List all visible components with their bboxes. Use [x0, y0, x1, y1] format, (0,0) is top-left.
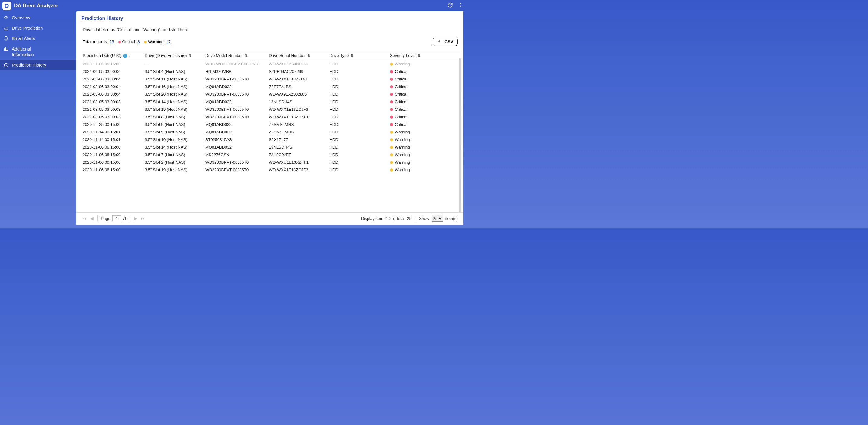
scrollbar[interactable]: [459, 58, 461, 212]
pager-prev-button[interactable]: ◀: [89, 216, 94, 221]
sidebar-item-label: Additional Information: [12, 46, 51, 57]
sidebar-item-overview[interactable]: Overview: [0, 13, 76, 23]
show-label: Show: [419, 216, 429, 221]
total-records-link[interactable]: 25: [109, 39, 114, 44]
table-row[interactable]: 2021-03-05 03:00:033.5" Slot 8 (Host NAS…: [81, 113, 461, 121]
sort-icon: ⇅: [417, 54, 421, 58]
severity-dot-icon: [390, 93, 393, 96]
sidebar-item-label: Prediction History: [12, 63, 46, 67]
table-row[interactable]: 2020-11-06 06:15:003.5" Slot 19 (Host NA…: [81, 166, 461, 174]
cell-serial: Z2E7FALBS: [267, 83, 328, 91]
cell-model: WD3200BPVT-00JJ5T0: [204, 75, 267, 83]
total-records-label: Total records: 25: [83, 39, 114, 44]
cell-model: HN-M320MBB: [204, 68, 267, 75]
svg-point-2: [460, 3, 461, 4]
sidebar: Overview Drive Prediction Email Alerts A…: [0, 11, 76, 228]
more-vertical-icon[interactable]: [458, 2, 463, 9]
sidebar-item-additional-information[interactable]: Additional Information: [0, 43, 76, 60]
cell-date: 2021-03-05 03:00:03: [81, 113, 143, 121]
main-panel: Prediction History Drives labeled as "Cr…: [76, 11, 463, 225]
pager-last-button[interactable]: ⏭: [140, 216, 146, 221]
cell-enclosure: 3.5" Slot 7 (Host NAS): [143, 151, 204, 159]
critical-count-link[interactable]: 8: [137, 39, 140, 44]
sort-desc-icon: ↓: [129, 54, 131, 58]
cell-model: WD3200BPVT-00JJ5T0: [204, 159, 267, 166]
cell-type: HDD: [328, 121, 388, 128]
col-model-number[interactable]: Drive Model Number ⇅: [204, 51, 267, 61]
severity-dot-icon: [390, 168, 393, 171]
stats-row: Total records: 25 Critical: 8 Warning: 1…: [83, 37, 458, 46]
pager-next-button[interactable]: ▶: [133, 216, 138, 221]
severity-dot-icon: [390, 63, 393, 66]
cell-severity: Critical: [388, 91, 461, 98]
sidebar-item-prediction-history[interactable]: Prediction History: [0, 60, 76, 70]
table-footer: ⏮ ◀ Page /1 ▶ ⏭ Display item: 1-25, Tota…: [76, 212, 463, 225]
export-csv-button[interactable]: .CSV: [433, 37, 458, 46]
table-row[interactable]: 2021-03-05 03:00:033.5" Slot 19 (Host NA…: [81, 105, 461, 113]
cell-type: HDD: [328, 136, 388, 143]
cell-date: 2021-03-05 03:00:03: [81, 98, 143, 105]
items-label: item(s): [445, 216, 458, 221]
col-drive-enclosure[interactable]: Drive (Drive Enclosure) ⇅: [143, 51, 204, 61]
cell-serial: WD-WX91A2302885: [267, 91, 328, 98]
col-drive-type[interactable]: Drive Type ⇅: [328, 51, 388, 61]
critical-dot-icon: [118, 41, 121, 43]
sort-icon: ⇅: [307, 54, 310, 58]
col-serial-number[interactable]: Drive Serial Number ⇅: [267, 51, 328, 61]
table-row[interactable]: 2021-06-05 03:00:063.5" Slot 4 (Host NAS…: [81, 68, 461, 75]
page-size-select[interactable]: 25: [432, 215, 443, 222]
table-row[interactable]: 2020-11-06 06:15:003.5" Slot 14 (Host NA…: [81, 143, 461, 151]
table-row[interactable]: 2020-11-06 06:15:00—WDC WD3200BPVT-00JJ5…: [81, 60, 461, 68]
cell-enclosure: 3.5" Slot 19 (Host NAS): [143, 105, 204, 113]
cell-serial: WD-WXX1E13ZZLV1: [267, 75, 328, 83]
info-icon[interactable]: i: [123, 54, 127, 58]
cell-model: MQ01ABD032: [204, 83, 267, 91]
cell-severity: Warning: [388, 159, 461, 166]
cell-enclosure: 3.5" Slot 19 (Host NAS): [143, 166, 204, 174]
severity-dot-icon: [390, 138, 393, 141]
cell-serial: WD-WXX1E13ZCJF3: [267, 166, 328, 174]
cell-type: HDD: [328, 128, 388, 136]
cell-date: 2021-03-05 03:00:03: [81, 105, 143, 113]
sidebar-item-email-alerts[interactable]: Email Alerts: [0, 33, 76, 43]
cell-type: HDD: [328, 83, 388, 91]
sidebar-item-drive-prediction[interactable]: Drive Prediction: [0, 23, 76, 33]
cell-serial: WD-WXC1A63N8569: [267, 60, 328, 68]
pager: ⏮ ◀ Page /1 ▶ ⏭: [82, 216, 146, 221]
table-row[interactable]: 2021-03-06 03:00:043.5" Slot 11 (Host NA…: [81, 75, 461, 83]
severity-dot-icon: [390, 123, 393, 126]
col-prediction-date[interactable]: Prediction Date(UTC) i ↓: [81, 51, 143, 61]
table-row[interactable]: 2020-11-06 06:15:003.5" Slot 7 (Host NAS…: [81, 151, 461, 159]
table-row[interactable]: 2020-11-14 00:15:013.5" Slot 9 (Host NAS…: [81, 128, 461, 136]
cell-model: WD3200BPVT-00JJ5T0: [204, 166, 267, 174]
cell-model: WD3200BPVT-00JJ5T0: [204, 113, 267, 121]
refresh-icon[interactable]: [447, 2, 453, 9]
cell-serial: Z2SMSLMNS: [267, 121, 328, 128]
table-row[interactable]: 2020-11-06 06:15:003.5" Slot 2 (Host NAS…: [81, 159, 461, 166]
cell-enclosure: 3.5" Slot 14 (Host NAS): [143, 143, 204, 151]
table-row[interactable]: 2021-03-06 03:00:043.5" Slot 16 (Host NA…: [81, 83, 461, 91]
svg-point-1: [5, 6, 6, 7]
app-logo: [2, 1, 11, 10]
sort-icon: ⇅: [189, 54, 192, 58]
table-row[interactable]: 2021-03-05 03:00:033.5" Slot 14 (Host NA…: [81, 98, 461, 105]
cell-enclosure: 3.5" Slot 14 (Host NAS): [143, 98, 204, 105]
warning-count-link[interactable]: 17: [166, 39, 171, 44]
cell-severity: Warning: [388, 128, 461, 136]
cell-severity: Warning: [388, 136, 461, 143]
page-input[interactable]: [112, 216, 121, 221]
cell-severity: Warning: [388, 166, 461, 174]
table-row[interactable]: 2020-12-25 00:15:003.5" Slot 9 (Host NAS…: [81, 121, 461, 128]
cell-date: 2020-11-06 06:15:00: [81, 143, 143, 151]
pager-first-button[interactable]: ⏮: [82, 216, 88, 221]
cell-type: HDD: [328, 166, 388, 174]
severity-dot-icon: [390, 131, 393, 134]
cell-date: 2021-03-06 03:00:04: [81, 83, 143, 91]
app-title: DA Drive Analyzer: [14, 3, 58, 9]
cell-enclosure: 3.5" Slot 4 (Host NAS): [143, 68, 204, 75]
cell-type: HDD: [328, 113, 388, 121]
cell-type: HDD: [328, 159, 388, 166]
table-row[interactable]: 2021-03-06 03:00:043.5" Slot 20 (Host NA…: [81, 91, 461, 98]
table-row[interactable]: 2020-11-14 00:15:013.5" Slot 10 (Host NA…: [81, 136, 461, 143]
col-severity-level[interactable]: Severity Level ⇅: [388, 51, 461, 61]
